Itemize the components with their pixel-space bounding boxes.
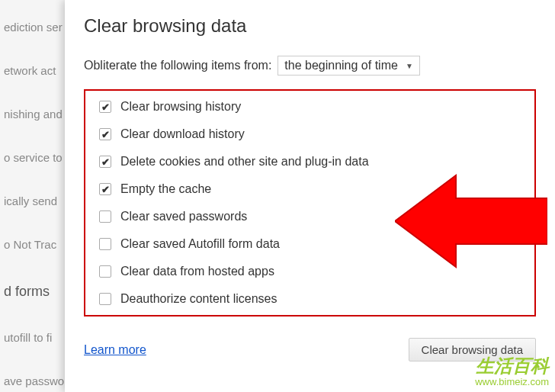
- time-range-label: Obliterate the following items from:: [84, 59, 271, 72]
- checkbox-icon[interactable]: [99, 238, 111, 250]
- checkbox-icon[interactable]: [99, 265, 111, 278]
- checkbox-icon[interactable]: [99, 293, 111, 305]
- watermark-url: www.bimeiz.com: [475, 377, 549, 387]
- checkbox-row-download-history[interactable]: Clear download history: [99, 127, 521, 141]
- learn-more-link[interactable]: Learn more: [84, 343, 146, 357]
- checkbox-row-content-licenses[interactable]: Deauthorize content licenses: [99, 292, 521, 306]
- checkbox-label: Empty the cache: [120, 182, 211, 196]
- checkbox-label: Clear saved Autofill form data: [120, 237, 280, 251]
- time-range-select[interactable]: the beginning of time ▼: [278, 56, 419, 76]
- checkbox-label: Clear download history: [120, 127, 245, 141]
- dialog-title: Clear browsing data: [84, 15, 536, 37]
- watermark: 生活百科 www.bimeiz.com: [475, 356, 549, 387]
- checkbox-label: Clear browsing history: [120, 100, 241, 114]
- time-range-row: Obliterate the following items from: the…: [84, 56, 536, 76]
- checkbox-row-cookies[interactable]: Delete cookies and other site and plug-i…: [99, 155, 521, 169]
- checkbox-row-autofill[interactable]: Clear saved Autofill form data: [99, 237, 521, 251]
- checkbox-icon[interactable]: [99, 101, 111, 113]
- checkbox-label: Clear data from hosted apps: [120, 265, 274, 278]
- checkbox-label: Clear saved passwords: [120, 210, 247, 223]
- checkbox-label: Deauthorize content licenses: [120, 292, 277, 306]
- checkbox-icon[interactable]: [99, 156, 111, 168]
- clear-browsing-data-dialog: Clear browsing data Obliterate the follo…: [65, 0, 555, 392]
- checkbox-icon[interactable]: [99, 128, 111, 140]
- checkbox-row-passwords[interactable]: Clear saved passwords: [99, 210, 521, 223]
- time-range-value: the beginning of time: [284, 59, 398, 72]
- checkbox-row-browsing-history[interactable]: Clear browsing history: [99, 100, 521, 114]
- checkbox-list-highlighted: Clear browsing history Clear download hi…: [84, 89, 536, 316]
- checkbox-label: Delete cookies and other site and plug-i…: [120, 155, 369, 169]
- checkbox-icon[interactable]: [99, 210, 111, 223]
- watermark-text: 生活百科: [475, 356, 549, 376]
- checkbox-row-hosted-apps[interactable]: Clear data from hosted apps: [99, 265, 521, 278]
- dialog-footer: Learn more Clear browsing data: [84, 338, 536, 361]
- chevron-down-icon: ▼: [406, 62, 413, 70]
- checkbox-row-cache[interactable]: Empty the cache: [99, 182, 521, 196]
- checkbox-icon[interactable]: [99, 183, 111, 195]
